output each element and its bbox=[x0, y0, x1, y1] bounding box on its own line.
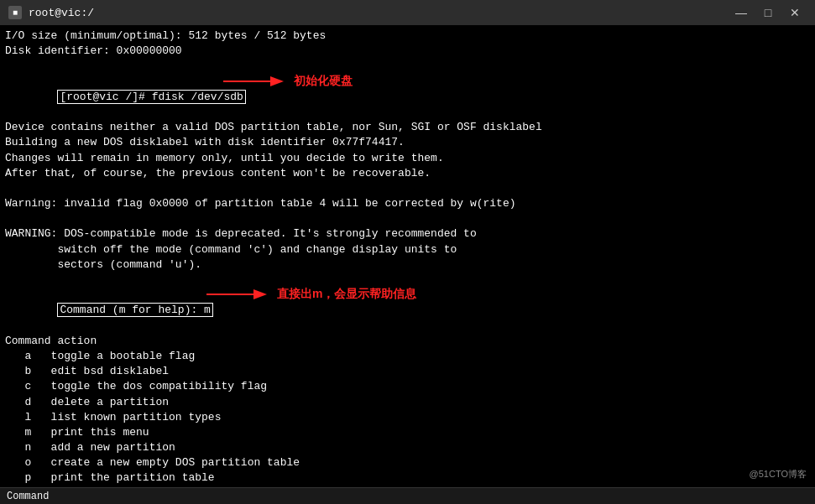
minimize-button[interactable]: — bbox=[729, 3, 753, 22]
terminal-line bbox=[5, 211, 810, 226]
terminal-line: sectors (command 'u'). bbox=[5, 257, 810, 273]
terminal-line: WARNING: DOS-compatible mode is deprecat… bbox=[5, 226, 810, 242]
arrow-icon bbox=[223, 73, 290, 90]
terminal-line: After that, of course, the previous cont… bbox=[5, 166, 810, 181]
titlebar-left: ■ root@vic:/ bbox=[8, 6, 94, 19]
terminal-line: Changes will remain in memory only, unti… bbox=[5, 151, 810, 166]
window-title: root@vic:/ bbox=[29, 7, 94, 19]
window-controls: — □ ✕ bbox=[729, 3, 807, 22]
command-prompt-box: Command (m for help): m bbox=[57, 303, 212, 317]
terminal-line: q quit without saving changes bbox=[5, 486, 810, 487]
terminal-line: d delete a partition bbox=[5, 395, 810, 410]
titlebar: ■ root@vic:/ — □ ✕ bbox=[0, 0, 815, 25]
watermark: @51CTO博客 bbox=[750, 468, 807, 481]
terminal-line: c toggle the dos compatibility flag bbox=[5, 379, 810, 394]
terminal-line: l list known partition types bbox=[5, 410, 810, 425]
terminal-window: ■ root@vic:/ — □ ✕ I/O size (minimum/opt… bbox=[0, 0, 815, 504]
terminal-line: p print the partition table bbox=[5, 470, 810, 486]
terminal-line: n add a new partition bbox=[5, 440, 810, 455]
terminal-line: switch off the mode (command 'c') and ch… bbox=[5, 242, 810, 257]
statusbar: Command bbox=[0, 487, 815, 504]
prompt-box: [root@vic /]# fdisk /dev/sdb bbox=[57, 90, 245, 104]
terminal-line: Warning: invalid flag 0x0000 of partitio… bbox=[5, 196, 810, 211]
terminal-line bbox=[5, 59, 810, 74]
command-line-2: Command (m for help): m 直接出m，会显示帮助信息 bbox=[5, 288, 810, 334]
annotation-help-info: 直接出m，会显示帮助信息 bbox=[206, 286, 416, 303]
terminal-line: [root@vic /]# fdisk /dev/sdb bbox=[5, 75, 246, 121]
terminal-line: I/O size (minimum/optimal): 512 bytes / … bbox=[5, 29, 810, 44]
command-line-1: [root@vic /]# fdisk /dev/sdb 初始化硬盘 bbox=[5, 75, 810, 121]
terminal-line: a toggle a bootable flag bbox=[5, 349, 810, 364]
terminal-line: m print this menu bbox=[5, 425, 810, 440]
terminal-line: Building a new DOS disklabel with disk i… bbox=[5, 135, 810, 150]
annotation-init-disk: 初始化硬盘 bbox=[223, 73, 353, 90]
terminal-line: o create a new empty DOS partition table bbox=[5, 455, 810, 470]
terminal-body[interactable]: I/O size (minimum/optimal): 512 bytes / … bbox=[0, 25, 815, 487]
terminal-line: Command action bbox=[5, 334, 810, 349]
arrow-icon-2 bbox=[206, 286, 274, 303]
annotation1-text: 初始化硬盘 bbox=[294, 73, 353, 90]
statusbar-label: Command bbox=[7, 491, 49, 502]
close-button[interactable]: ✕ bbox=[783, 3, 807, 22]
terminal-line: Device contains neither a valid DOS part… bbox=[5, 120, 810, 135]
terminal-line: Command (m for help): m bbox=[5, 288, 213, 334]
maximize-button[interactable]: □ bbox=[756, 3, 780, 22]
terminal-line bbox=[5, 181, 810, 196]
terminal-line: b edit bsd disklabel bbox=[5, 364, 810, 379]
annotation2-text: 直接出m，会显示帮助信息 bbox=[277, 286, 416, 303]
terminal-line: Disk identifier: 0x00000000 bbox=[5, 44, 810, 59]
app-icon: ■ bbox=[8, 6, 22, 19]
